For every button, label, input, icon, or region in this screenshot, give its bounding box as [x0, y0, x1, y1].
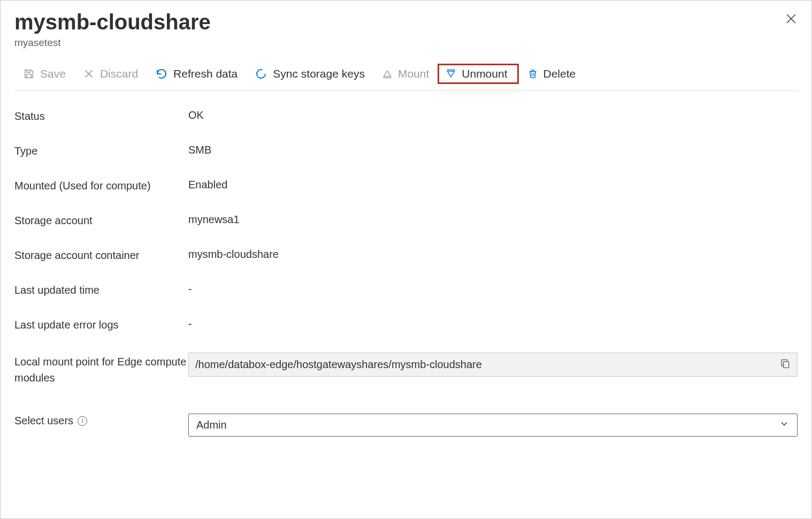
row-mounted: Mounted (Used for compute) Enabled: [14, 179, 798, 192]
close-icon: [785, 16, 798, 27]
container-value: mysmb-cloudshare: [188, 248, 798, 261]
select-users-value: Admin: [196, 419, 227, 431]
save-button: Save: [14, 64, 74, 83]
row-mount-point: Local mount point for Edge compute modul…: [14, 353, 798, 386]
unmount-icon: [446, 68, 456, 79]
page-title: mysmb-cloudshare: [14, 10, 798, 34]
mount-icon: [382, 68, 393, 79]
sync-button[interactable]: Sync storage keys: [246, 64, 373, 83]
sync-label: Sync storage keys: [273, 67, 365, 80]
discard-icon: [83, 68, 95, 80]
row-status: Status OK: [14, 109, 798, 123]
delete-label: Delete: [543, 67, 576, 80]
status-label: Status: [14, 109, 188, 123]
row-last-updated: Last updated time -: [14, 283, 798, 296]
chevron-down-icon: [779, 418, 790, 432]
select-users-label: Select users: [14, 415, 73, 427]
storage-account-value: mynewsa1: [188, 213, 798, 226]
last-updated-label: Last updated time: [14, 283, 188, 296]
svg-rect-12: [784, 362, 789, 368]
svg-marker-6: [384, 71, 390, 77]
row-error-logs: Last update error logs -: [14, 318, 798, 331]
refresh-button[interactable]: Refresh data: [147, 64, 246, 83]
type-value: SMB: [188, 144, 798, 156]
select-users-label-col: Select users i: [14, 414, 188, 427]
discard-button: Discard: [74, 64, 147, 83]
type-label: Type: [14, 144, 188, 157]
save-label: Save: [40, 67, 66, 80]
share-panel: mysmb-cloudshare myasetest Save Discard: [0, 0, 812, 519]
mount-point-value: /home/databox-edge/hostgatewayshares/mys…: [195, 358, 482, 371]
copy-button[interactable]: [780, 357, 791, 372]
error-logs-value: -: [188, 318, 798, 330]
delete-button[interactable]: Delete: [519, 64, 585, 83]
copy-icon: [780, 357, 791, 369]
save-icon: [23, 68, 35, 80]
close-button[interactable]: [785, 12, 798, 28]
row-select-users: Select users i Admin: [14, 414, 798, 437]
row-storage-account: Storage account mynewsa1: [14, 213, 798, 227]
mounted-label: Mounted (Used for compute): [14, 179, 188, 192]
row-type: Type SMB: [14, 144, 798, 157]
unmount-label: Unmount: [462, 67, 507, 80]
refresh-label: Refresh data: [173, 67, 238, 80]
storage-account-label: Storage account: [14, 213, 188, 227]
sync-icon: [255, 67, 267, 80]
row-container: Storage account container mysmb-cloudsha…: [14, 248, 798, 262]
container-label: Storage account container: [14, 248, 188, 262]
last-updated-value: -: [188, 283, 798, 295]
discard-label: Discard: [100, 67, 138, 80]
mount-point-field: /home/databox-edge/hostgatewayshares/mys…: [188, 353, 798, 377]
delete-icon: [527, 68, 538, 80]
mount-label: Mount: [398, 67, 429, 80]
refresh-icon: [155, 67, 168, 80]
svg-point-5: [257, 70, 265, 78]
mount-button: Mount: [373, 64, 438, 83]
content-area: Status OK Type SMB Mounted (Used for com…: [14, 109, 798, 437]
page-subtitle: myasetest: [14, 37, 798, 49]
toolbar: Save Discard Refresh data: [14, 64, 798, 91]
select-users-dropdown[interactable]: Admin: [188, 414, 798, 437]
mount-point-label: Local mount point for Edge compute modul…: [14, 353, 188, 386]
status-value: OK: [188, 109, 798, 121]
error-logs-label: Last update error logs: [14, 318, 188, 331]
svg-rect-2: [26, 74, 31, 78]
unmount-button[interactable]: Unmount: [438, 64, 518, 84]
mounted-value: Enabled: [188, 179, 798, 191]
info-icon[interactable]: i: [78, 416, 87, 426]
svg-marker-8: [448, 71, 455, 77]
